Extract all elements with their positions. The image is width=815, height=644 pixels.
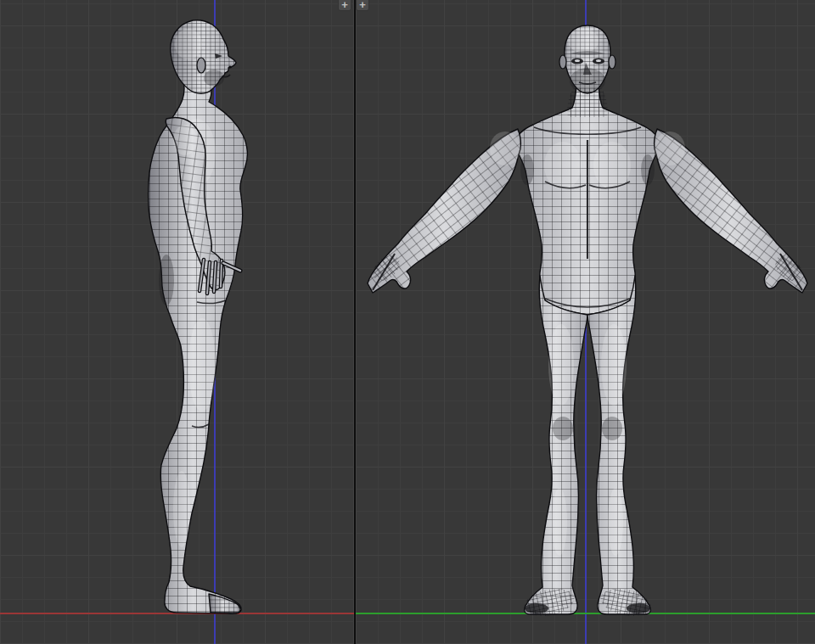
front-knee-left-shadow [553, 417, 573, 440]
expand-region-left-button[interactable]: + [338, 0, 351, 11]
front-armpit-left-shadow [520, 154, 534, 185]
human-model-front-view[interactable] [356, 0, 815, 644]
viewport-front[interactable] [356, 0, 815, 644]
side-calf-highlight [173, 471, 190, 547]
side-ear [197, 58, 205, 73]
side-model-head [171, 20, 236, 94]
front-pec-right-highlight [593, 142, 631, 189]
side-deltoid-highlight [173, 125, 197, 155]
front-shin-left-highlight [552, 488, 567, 556]
front-shin-right-highlight [608, 488, 623, 556]
front-knee-right-shadow [602, 417, 622, 440]
front-ear-right [609, 55, 615, 69]
side-skull-highlight [175, 29, 202, 59]
viewport-divider[interactable] [354, 0, 356, 644]
front-deltoid-left-highlight [490, 132, 520, 165]
front-neck-detail [567, 88, 608, 117]
front-deltoid-right-highlight [655, 132, 685, 165]
front-model-torso [514, 87, 661, 315]
front-forehead-highlight [568, 29, 599, 53]
front-model-head [559, 25, 615, 117]
front-ear-left [559, 55, 566, 69]
side-jaw-shadow [204, 70, 224, 87]
expand-region-right-button[interactable]: + [356, 0, 369, 11]
human-model-side-view[interactable] [0, 0, 354, 644]
viewport-split-stage: + + [0, 0, 815, 644]
front-pec-left-highlight [544, 142, 582, 189]
front-thigh-left-highlight [548, 324, 574, 406]
side-back-shadow [159, 255, 174, 305]
front-armpit-right-shadow [641, 154, 655, 185]
front-thigh-right-highlight [601, 324, 627, 406]
front-model-legs [522, 276, 654, 620]
viewport-side[interactable] [0, 0, 354, 644]
side-thigh-highlight [188, 318, 216, 412]
side-nostril [228, 65, 231, 68]
